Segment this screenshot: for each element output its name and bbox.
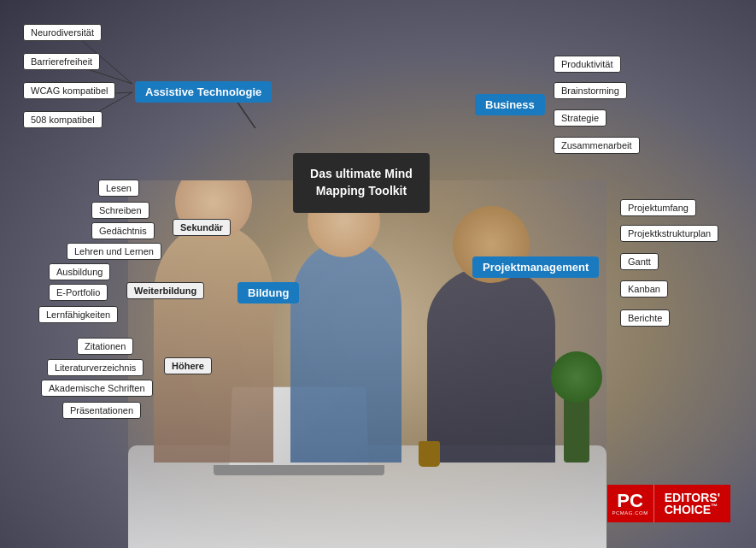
projektstrukturplan-label: Projektkstrukturplan [628,228,711,239]
ausbildung-label: Ausbildung [56,267,103,277]
lesen-node: Lesen [98,180,139,197]
508-label: 508 kompatibel [31,115,95,125]
lehren-label: Lehren und Lernen [74,246,154,256]
center-node-label: Das ultimate Mind Mapping Toolkit [310,166,413,199]
business-node: Business [475,94,545,115]
projektstrukturplan-node: Projektkstrukturplan [620,225,718,242]
barrierefreiheit-label: Barrierefreiheit [31,56,92,67]
zitationen-label: Zitationen [85,341,126,351]
bildung-label: Bildung [248,286,289,299]
lesen-label: Lesen [106,183,132,193]
pcmag-badge: PC PCMAG.COM EDITORS' CHOICE™ [607,485,730,522]
assistive-technologie-node: Assistive Technologie [135,81,272,103]
eportfolio-node: E-Portfolio [49,284,108,301]
akademische-node: Akademische Schriften [41,380,153,397]
kanban-node: Kanban [620,280,668,298]
gantt-node: Gantt [620,253,659,270]
produktivitaet-label: Produktivität [561,59,613,69]
tm-mark: ™ [711,503,718,510]
choice-text: CHOICE [665,503,711,516]
akademische-label: Akademische Schriften [49,383,145,393]
wcag-label: WCAG kompatibel [31,85,108,96]
business-label: Business [485,98,535,111]
lehren-node: Lehren und Lernen [67,243,161,260]
choice-label: CHOICE™ [665,504,718,516]
weiterbildung-label: Weiterbildung [134,286,196,296]
sekundaer-node: Sekundär [173,219,231,236]
barrierefreiheit-node: Barrierefreiheit [23,53,100,70]
eportfolio-label: E-Portfolio [56,287,100,298]
berichte-node: Berichte [620,309,670,327]
brainstorming-label: Brainstorming [561,85,619,96]
lernfaehigkeiten-node: Lernfähigkeiten [38,306,118,323]
schreiben-node: Schreiben [91,202,149,219]
hoehere-label: Höhere [172,361,204,371]
projektmanagement-label: Projektmanagement [483,261,589,274]
brainstorming-node: Brainstorming [554,82,627,99]
lernfaehigkeiten-label: Lernfähigkeiten [46,309,110,320]
strategie-node: Strategie [554,109,607,127]
projektumfang-node: Projektumfang [620,199,696,216]
hoehere-node: Höhere [164,357,212,374]
praesentationen-label: Präsentationen [70,405,133,415]
wcag-node: WCAG kompatibel [23,82,115,99]
berichte-label: Berichte [628,313,662,323]
zusammenarbeit-label: Zusammenarbeit [561,140,632,150]
center-node: Das ultimate Mind Mapping Toolkit [293,153,430,213]
editors-label: EDITORS' [665,492,720,504]
projektumfang-label: Projektumfang [628,203,689,213]
508-node: 508 kompatibel [23,111,103,128]
neurodiversitaet-node: Neurodiversität [23,24,102,41]
kanban-label: Kanban [628,284,660,294]
gedaechtnis-label: Gedächtnis [99,226,147,236]
assistive-technologie-label: Assistive Technologie [145,85,261,98]
bildung-node: Bildung [237,282,299,303]
schreiben-label: Schreiben [99,205,142,215]
ausbildung-node: Ausbildung [49,263,110,280]
pcmag-site-label: PCMAG.COM [612,510,648,516]
literaturverzeichnis-label: Literaturverzeichnis [55,362,136,373]
gedaechtnis-node: Gedächtnis [91,222,155,239]
produktivitaet-node: Produktivität [554,56,621,73]
gantt-label: Gantt [628,256,651,267]
zitationen-node: Zitationen [77,338,133,355]
pcmag-pc-label: PC [617,492,643,510]
praesentationen-node: Präsentationen [62,402,141,419]
strategie-label: Strategie [561,113,599,123]
literaturverzeichnis-node: Literaturverzeichnis [47,359,144,376]
neurodiversitaet-label: Neurodiversität [31,27,94,38]
zusammenarbeit-node: Zusammenarbeit [554,137,640,154]
sekundaer-label: Sekundär [180,222,223,233]
weiterbildung-node: Weiterbildung [126,282,204,299]
projektmanagement-node: Projektmanagement [472,256,599,278]
